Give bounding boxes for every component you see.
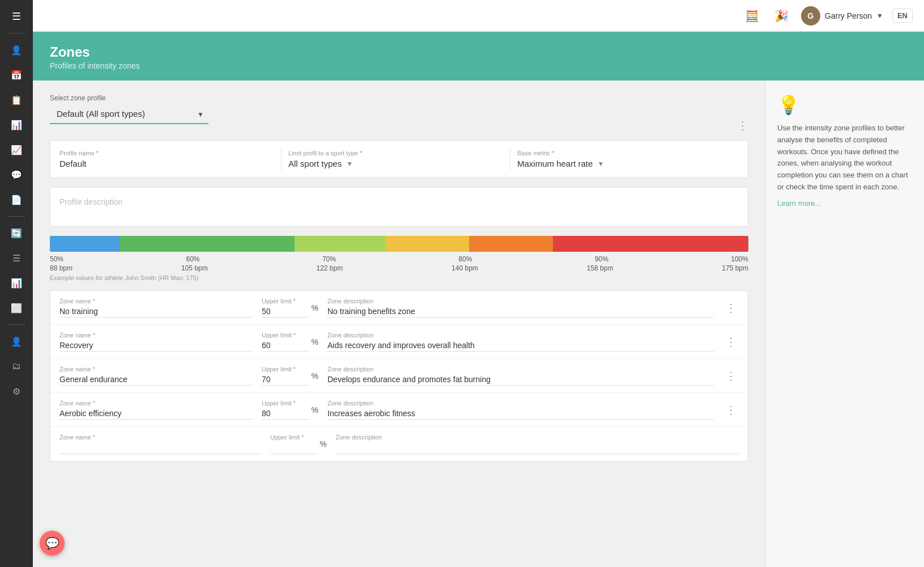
zone-upper-value-1[interactable]: 50	[262, 307, 309, 318]
zone-desc-value-3[interactable]: Develops endurance and promotes fat burn…	[327, 375, 714, 386]
zone-segment-2	[120, 236, 294, 252]
sport-type-select[interactable]: All sport types ▼	[288, 159, 503, 168]
profile-name-label: Profile name *	[59, 150, 274, 156]
zone-limit-group-4: Upper limit * 80 %	[262, 400, 318, 420]
zone-upper-label-3: Upper limit *	[262, 366, 309, 373]
base-metric-group: Base metric * Maximum heart rate ▼	[510, 147, 739, 171]
user-menu[interactable]: G Garry Person ▼	[801, 6, 883, 26]
table-row: Zone name * No training Upper limit * 50…	[50, 291, 748, 325]
table-row: Zone name * General endurance Upper limi…	[50, 359, 748, 393]
zone-name-label-5: Zone name *	[59, 434, 261, 441]
profile-name-value[interactable]: Default	[59, 159, 274, 168]
sidebar-icon-trending[interactable]: 📈	[6, 139, 27, 160]
zone-segment-3	[295, 236, 385, 252]
sidebar-icon-users[interactable]: 👤	[6, 39, 27, 61]
zone-desc-group-4: Zone description Increases aerobic fitne…	[327, 400, 714, 420]
zone-name-value-2[interactable]: Recovery	[59, 341, 253, 352]
sidebar-icon-chat[interactable]: 💬	[6, 164, 27, 185]
profile-fields-row: Profile name * Default Limit profil to a…	[50, 140, 748, 178]
user-name: Garry Person	[825, 11, 872, 20]
calculator-icon[interactable]: 🧮	[742, 6, 763, 26]
profile-description-box[interactable]: Profile description	[50, 187, 748, 227]
zone-row-fields-2: Zone name * Recovery Upper limit * 60 % …	[59, 332, 739, 352]
zone-label-3: 70%	[322, 255, 336, 263]
zone-upper-value-2[interactable]: 60	[262, 341, 309, 352]
zones-table: Zone name * No training Upper limit * 50…	[50, 290, 748, 462]
sidebar-icon-table[interactable]: 🗂	[6, 356, 27, 377]
zone-unit-3: %	[312, 371, 318, 380]
zone-desc-group-3: Zone description Develops endurance and …	[327, 366, 714, 386]
zone-bpm-5: 158 bpm	[587, 264, 614, 272]
zone-more-button-3[interactable]: ⋮	[723, 370, 739, 382]
zone-name-group-4: Zone name * Aerobic efficiency	[59, 400, 253, 420]
zone-upper-label-1: Upper limit *	[262, 298, 309, 304]
sport-type-group: Limit profil to a sport type * All sport…	[282, 147, 510, 171]
zone-upper-label-2: Upper limit *	[262, 332, 309, 338]
page-header: Zones Profiles of intensity zones	[33, 32, 924, 81]
zone-name-label-3: Zone name *	[59, 366, 253, 373]
side-panel: 💡 Use the intensity zone profiles to bet…	[765, 81, 924, 567]
zone-upper-label-4: Upper limit *	[262, 400, 309, 407]
main-content: Zones Profiles of intensity zones Select…	[33, 32, 924, 567]
sidebar-icon-clipboard[interactable]: 📋	[6, 89, 27, 111]
zone-name-value-5[interactable]	[59, 443, 261, 454]
language-selector[interactable]: EN	[892, 9, 913, 23]
zone-more-button-1[interactable]: ⋮	[723, 302, 739, 314]
sidebar-icon-chart[interactable]: 📊	[6, 114, 27, 136]
zone-desc-group-2: Zone description Aids recovery and impro…	[327, 332, 714, 352]
zone-profile-select-wrapper: Default (All sport types) ▼	[50, 104, 208, 124]
zone-segment-4	[385, 236, 469, 252]
zone-unit-4: %	[312, 405, 318, 414]
zone-desc-value-1[interactable]: No training benefits zone	[327, 307, 714, 318]
zone-desc-value-2[interactable]: Aids recovery and improves overall healt…	[327, 341, 714, 352]
zone-name-value-3[interactable]: General endurance	[59, 375, 253, 386]
zone-label-1: 50%	[50, 255, 63, 263]
profile-more-button[interactable]: ⋮	[737, 120, 748, 131]
zone-label-2: 60%	[186, 255, 199, 263]
table-row: Zone name * Recovery Upper limit * 60 % …	[50, 325, 748, 359]
sidebar-icon-person-add[interactable]: 👤	[6, 331, 27, 352]
sidebar-icon-refresh[interactable]: 🔄	[6, 222, 27, 244]
content-area: Select zone profile Default (All sport t…	[33, 81, 924, 567]
zone-label-5: 90%	[595, 255, 608, 263]
zone-row-fields-3: Zone name * General endurance Upper limi…	[59, 366, 739, 386]
notification-icon[interactable]: 🎉	[772, 6, 792, 26]
zone-name-value-1[interactable]: No training	[59, 307, 253, 318]
base-metric-label: Base metric *	[517, 150, 732, 156]
zone-segment-6	[553, 236, 748, 252]
base-metric-select[interactable]: Maximum heart rate ▼	[517, 159, 732, 168]
sidebar-icon-calendar[interactable]: 📅	[6, 64, 27, 86]
zone-desc-value-4[interactable]: Increases aerobic fitness	[327, 409, 714, 420]
zone-upper-value-5[interactable]	[270, 443, 318, 454]
zone-segment-1	[50, 236, 120, 252]
zone-limit-group-2: Upper limit * 60 %	[262, 332, 318, 352]
zone-more-button-4[interactable]: ⋮	[723, 404, 739, 416]
zone-name-label-4: Zone name *	[59, 400, 253, 407]
zone-profile-select[interactable]: Default (All sport types)	[50, 104, 208, 124]
zone-name-group-1: Zone name * No training	[59, 298, 253, 318]
sidebar-icon-settings[interactable]: ⚙	[6, 380, 27, 402]
sidebar-icon-list[interactable]: ☰	[6, 247, 27, 269]
zone-unit-1: %	[312, 303, 318, 312]
sidebar-icon-box[interactable]: ⬜	[6, 297, 27, 319]
zone-desc-value-5[interactable]	[336, 443, 739, 454]
main-panel: Select zone profile Default (All sport t…	[33, 81, 765, 567]
sidebar-icon-bar-chart[interactable]: 📊	[6, 272, 27, 294]
sidebar-icon-menu[interactable]: ☰	[6, 6, 27, 27]
zone-name-value-4[interactable]: Aerobic efficiency	[59, 409, 253, 420]
zone-row-fields-4: Zone name * Aerobic efficiency Upper lim…	[59, 400, 739, 420]
zone-upper-value-4[interactable]: 80	[262, 409, 309, 420]
zone-desc-group-5: Zone description	[336, 434, 739, 454]
table-row: Zone name * Upper limit * % Zone descrip…	[50, 427, 748, 461]
example-values-text: Example values for athlete John Smith (H…	[50, 274, 748, 281]
learn-more-link[interactable]: Learn more...	[777, 199, 821, 208]
zone-bpms: 88 bpm 105 bpm 122 bpm 140 bpm 158 bpm 1…	[50, 264, 748, 272]
zone-segment-5	[469, 236, 553, 252]
page-subtitle: Profiles of intensity zones	[50, 61, 907, 70]
zone-more-button-2[interactable]: ⋮	[723, 336, 739, 348]
sidebar-icon-document[interactable]: 📄	[6, 189, 27, 210]
zone-upper-value-3[interactable]: 70	[262, 375, 309, 386]
zone-label-6: 100%	[731, 255, 748, 263]
chat-support-button[interactable]: 💬	[40, 531, 65, 556]
lightbulb-icon: 💡	[777, 94, 913, 116]
